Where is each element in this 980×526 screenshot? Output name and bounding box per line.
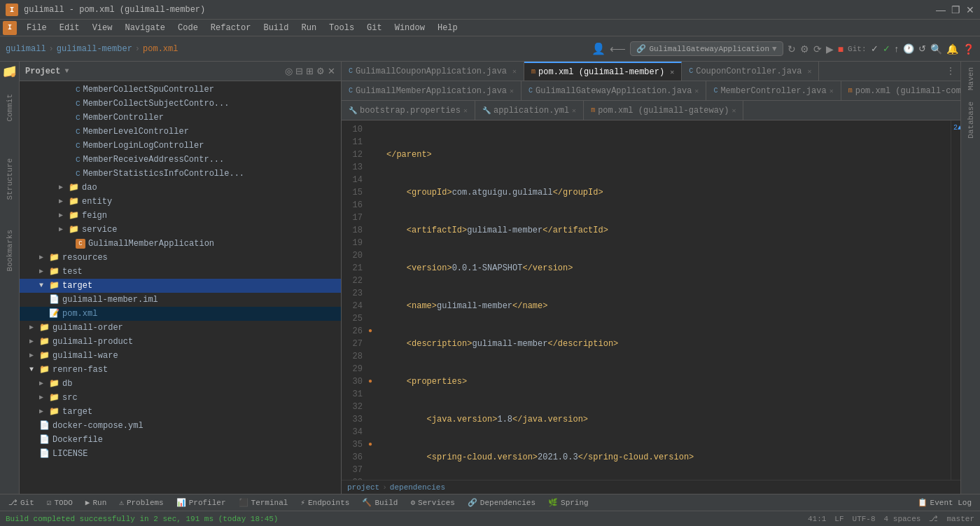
tab-bootstrap-properties[interactable]: 🔧 bootstrap.properties ✕ (342, 101, 475, 120)
toolbar-profile-btn[interactable]: 👤 (592, 42, 606, 55)
git-revert-btn[interactable]: ↺ (918, 43, 926, 54)
panel-collapse-btn[interactable]: ⊟ (295, 66, 303, 76)
search-btn[interactable]: 🔍 (930, 43, 942, 55)
git-push-btn[interactable]: ↑ (895, 43, 899, 54)
tree-item-MemberCollectSpuController[interactable]: C MemberCollectSpuController (20, 83, 341, 97)
tree-item-db[interactable]: ▶ 📁 db (20, 377, 341, 391)
structure-panel-icon[interactable]: Structure (2, 158, 18, 200)
git-checkmark-btn[interactable]: ✓ (871, 43, 878, 54)
bottom-tab-git[interactable]: ⎇ Git (3, 497, 40, 508)
code-editor[interactable]: 1011121314 1516171819 2021222324 2526272… (342, 120, 960, 480)
close-button[interactable]: ✕ (966, 4, 974, 15)
tree-item-dao[interactable]: ▶ 📁 dao (20, 181, 341, 195)
tab-application-yml[interactable]: 🔧 application.yml ✕ (475, 101, 584, 120)
maven-panel-icon[interactable]: Maven (964, 64, 978, 93)
bc-dependencies[interactable]: dependencies (390, 483, 445, 492)
tab-close-icon[interactable]: ✕ (732, 106, 736, 115)
toolbar-refresh-btn[interactable]: ↻ (788, 43, 796, 55)
tree-item-feign[interactable]: ▶ 📁 feign (20, 209, 341, 223)
tree-item-gulimall-order[interactable]: ▶ 📁 gulimall-order (20, 321, 341, 335)
tree-item-gulimall-ware[interactable]: ▶ 📁 gulimall-ware (20, 349, 341, 363)
menu-build[interactable]: Build (258, 22, 294, 34)
tree-item-MemberCollectSubjectController[interactable]: C MemberCollectSubjectContro... (20, 97, 341, 111)
menu-navigate[interactable]: Navigate (119, 22, 171, 34)
menu-help[interactable]: Help (432, 22, 463, 34)
tree-item-renren-fast[interactable]: ▼ 📁 renren-fast (20, 363, 341, 377)
bc-project[interactable]: project (347, 483, 379, 492)
bottom-tab-event-log[interactable]: 📋 Event Log (912, 497, 977, 508)
tree-item-src[interactable]: ▶ 📁 src (20, 391, 341, 405)
bottom-tab-terminal[interactable]: ⬛ Terminal (233, 497, 294, 508)
bottom-tab-problems[interactable]: ⚠ Problems (113, 497, 169, 508)
git-history-btn[interactable]: 🕐 (903, 43, 914, 54)
cursor-position[interactable]: 41:1 (808, 515, 826, 523)
tab-close-icon[interactable]: ✕ (572, 106, 576, 115)
bottom-tab-endpoints[interactable]: ⚡ Endpoints (295, 497, 355, 508)
charset[interactable]: UTF-8 (853, 515, 876, 523)
bottom-tab-spring[interactable]: 🌿 Spring (542, 497, 594, 508)
tree-item-MemberController[interactable]: C MemberController (20, 111, 341, 125)
tree-item-MemberLevelController[interactable]: C MemberLevelController (20, 125, 341, 139)
menu-code[interactable]: Code (172, 22, 204, 34)
menu-tools[interactable]: Tools (323, 22, 360, 34)
tree-item-resources[interactable]: ▶ 📁 resources (20, 251, 341, 265)
notifications-btn[interactable]: 🔔 (946, 43, 958, 55)
tab-GulimallGatewayApplication[interactable]: C GulimallGatewayApplication.java ✕ (522, 81, 706, 100)
menu-file[interactable]: File (21, 22, 52, 34)
toolbar-sync-btn[interactable]: ⟳ (813, 43, 822, 55)
help-btn[interactable]: ❓ (962, 43, 974, 55)
tab-bar-more-btn[interactable]: ⋮ (941, 62, 960, 81)
toolbar-settings-btn[interactable]: ⚙ (800, 43, 809, 55)
panel-close-btn[interactable]: ✕ (328, 66, 335, 76)
tree-item-target[interactable]: ▼ 📁 target (20, 279, 341, 293)
tab-GulimallMemberApplication[interactable]: C GulimallMemberApplication.java ✕ (342, 81, 522, 100)
menu-run[interactable]: Run (295, 22, 322, 34)
indent-setting[interactable]: 4 spaces (884, 515, 921, 523)
tree-item-test[interactable]: ▶ 📁 test (20, 265, 341, 279)
tab-close-icon[interactable]: ✕ (510, 87, 514, 95)
tree-item-GulimallMemberApplication[interactable]: C GulimallMemberApplication (20, 237, 341, 251)
tab-close-icon[interactable]: ✕ (807, 67, 811, 76)
breadcrumb-gulimall[interactable]: gulimall (6, 44, 46, 54)
menu-view[interactable]: View (87, 22, 118, 34)
maximize-button[interactable]: ❐ (951, 4, 960, 15)
tab-close-icon[interactable]: ✕ (830, 87, 834, 95)
tree-item-gulimall-product[interactable]: ▶ 📁 gulimall-product (20, 335, 341, 349)
git-check2-btn[interactable]: ✓ (883, 43, 890, 54)
tab-close-icon[interactable]: ✕ (463, 106, 468, 115)
tree-item-entity[interactable]: ▶ 📁 entity (20, 195, 341, 209)
git-branch-name-status[interactable]: master (946, 515, 974, 523)
minimize-button[interactable]: — (936, 4, 946, 15)
bottom-tab-run[interactable]: ▶ Run (80, 497, 112, 508)
tree-item-license[interactable]: 📄 LICENSE (20, 447, 341, 461)
breadcrumb-member[interactable]: gulimall-member (57, 44, 132, 54)
tree-item-docker-compose[interactable]: 📄 docker-compose.yml (20, 419, 341, 433)
tree-item-service[interactable]: ▶ 📁 service (20, 223, 341, 237)
tree-item-dockerfile[interactable]: 📄 Dockerfile (20, 433, 341, 447)
bottom-tab-services[interactable]: ⚙ Services (405, 497, 460, 508)
bottom-tab-todo[interactable]: ☑ TODO (41, 497, 78, 508)
tree-item-MemberStatisticsInfoController[interactable]: C MemberStatisticsInfoControlle... (20, 167, 341, 181)
toolbar-nav-btn[interactable]: ⟵ (610, 42, 626, 55)
tab-close-icon[interactable]: ✕ (670, 68, 674, 76)
tab-close-icon[interactable]: ✕ (694, 87, 699, 95)
tree-item-pom-xml[interactable]: 📝 pom.xml (20, 307, 341, 321)
panel-expand-btn[interactable]: ⊞ (306, 66, 314, 76)
code-content[interactable]: </parent> <groupId>com.atguigu.gulimall<… (381, 120, 951, 480)
menu-refactor[interactable]: Refactor (205, 22, 257, 34)
tree-item-MemberReceiveAddressController[interactable]: C MemberReceiveAddressContr... (20, 153, 341, 167)
panel-settings-btn[interactable]: ⚙ (316, 66, 325, 76)
bottom-tab-profiler[interactable]: 📊 Profiler (171, 497, 232, 508)
tab-pom-xml-member[interactable]: m pom.xml (gulimall-member) ✕ (524, 62, 682, 81)
toolbar-run-btn[interactable]: ▶ (826, 43, 834, 55)
tab-close-icon[interactable]: ✕ (512, 67, 517, 76)
menu-git[interactable]: Git (361, 22, 388, 34)
tree-item-gulimall-member-iml[interactable]: 📄 gulimall-member.iml (20, 293, 341, 307)
menu-edit[interactable]: Edit (54, 22, 85, 34)
project-panel-icon[interactable]: 📁 (2, 64, 18, 80)
line-ending[interactable]: LF (834, 515, 844, 523)
tree-item-MemberLoginLogController[interactable]: C MemberLoginLogController (20, 139, 341, 153)
tab-pom-xml-common[interactable]: m pom.xml (gulimall-common) ✕ (841, 81, 960, 100)
database-panel-icon[interactable]: Database (964, 99, 978, 141)
menu-window[interactable]: Window (389, 22, 430, 34)
